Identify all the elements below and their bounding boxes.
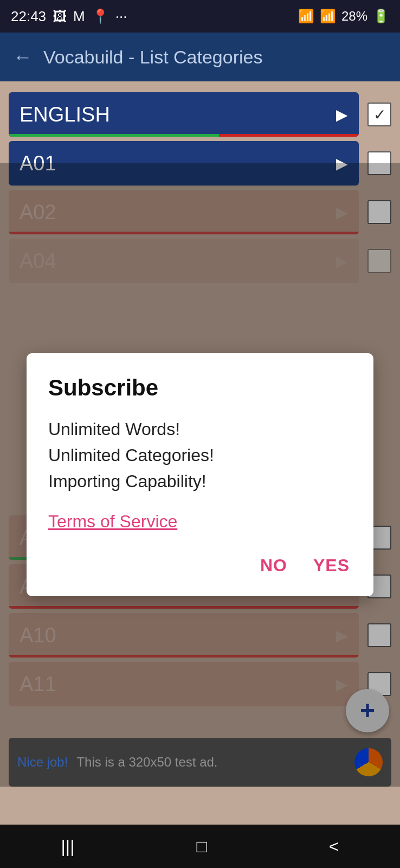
play-icon-english: ▶ [336,106,348,124]
battery-label: 28% [341,9,367,24]
recent-apps-icon[interactable]: ||| [61,837,75,857]
battery-icon: 🔋 [373,9,389,24]
home-icon[interactable]: □ [196,837,207,857]
more-icon: ··· [115,8,127,25]
bottom-nav: ||| □ < [0,825,400,868]
status-time: 22:43 [11,8,46,25]
back-nav-icon[interactable]: < [329,837,339,857]
category-card-english[interactable]: ENGLISH ▶ [9,92,359,137]
content-area: ENGLISH ▶ ✓ A01 ▶ A02 ▶ A04 [0,81,400,830]
subscribe-dialog: Subscribe Unlimited Words! Unlimited Cat… [27,353,373,596]
nav-bar: ← Vocabuild - List Categories [0,33,400,81]
status-left: 22:43 🖼 M 📍 ··· [11,8,127,25]
terms-of-service-link[interactable]: Terms of Service [48,512,177,532]
list-item: ENGLISH ▶ ✓ [0,90,400,139]
status-right: 📶 📶 28% 🔋 [298,9,389,24]
location-icon: 📍 [92,8,109,25]
modal-line-2: Unlimited Categories! [48,442,352,468]
modal-line-1: Unlimited Words! [48,416,352,442]
category-label-english: ENGLISH [20,103,110,126]
modal-body: Unlimited Words! Unlimited Categories! I… [48,416,352,494]
email-icon: M [73,8,85,25]
modal-title: Subscribe [48,375,352,401]
modal-overlay: Subscribe Unlimited Words! Unlimited Cat… [0,163,400,787]
no-button[interactable]: NO [258,551,289,580]
back-button[interactable]: ← [13,46,33,68]
status-bar: 22:43 🖼 M 📍 ··· 📶 📶 28% 🔋 [0,0,400,33]
signal-icon: 📶 [320,9,336,24]
photo-icon: 🖼 [53,8,67,25]
page-title: Vocabuild - List Categories [43,47,262,68]
modal-line-3: Importing Capability! [48,468,352,494]
progress-bar-english [9,134,359,137]
wifi-icon: 📶 [298,9,314,24]
modal-actions: NO YES [48,551,352,580]
yes-button[interactable]: YES [311,551,352,580]
checkbox-english[interactable]: ✓ [367,103,391,126]
